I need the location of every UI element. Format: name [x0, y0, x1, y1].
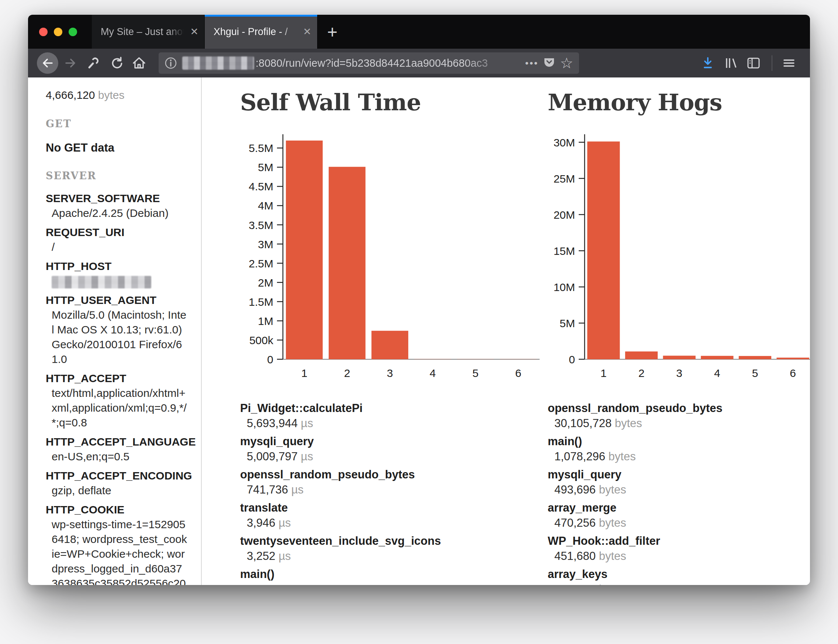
svg-text:10M: 10M — [554, 281, 575, 293]
function-value: 5,693,944 µs — [247, 416, 540, 431]
forward-arrow-icon — [64, 56, 77, 70]
server-var-value: Apache/2.4.25 (Debian) — [52, 206, 187, 220]
server-var-value: en-US,en;q=0.5 — [52, 449, 187, 464]
svg-text:2: 2 — [638, 367, 645, 379]
hamburger-menu-icon — [782, 56, 795, 70]
function-value: 470,256 bytes — [554, 516, 810, 531]
svg-text:5M: 5M — [258, 161, 273, 173]
svg-text:4M: 4M — [258, 200, 273, 212]
request-details-sidebar: 4,666,120 bytes GET No GET data SERVER S… — [28, 77, 202, 585]
sidebars-button[interactable] — [743, 53, 764, 74]
svg-text:0: 0 — [569, 353, 575, 366]
function-name: translate — [240, 500, 540, 516]
svg-text:4.5M: 4.5M — [248, 181, 273, 192]
home-icon — [132, 56, 146, 70]
server-var-key: SERVER_SOFTWARE — [46, 191, 187, 206]
developer-tools-button[interactable] — [83, 53, 104, 74]
server-var-key: HTTP_ACCEPT — [46, 371, 187, 386]
bar-chart-svg: 0500k1M1.5M2M2.5M3M3.5M4M4.5M5M5.5M12345… — [240, 131, 540, 386]
reload-button[interactable] — [105, 53, 127, 74]
server-var-value: Mozilla/5.0 (Macintosh; Intel Mac OS X 1… — [52, 307, 187, 366]
wrench-icon — [87, 56, 100, 70]
function-name: array_keys — [548, 567, 810, 582]
svg-text:2M: 2M — [258, 277, 273, 289]
close-icon[interactable]: ✕ — [190, 26, 199, 38]
tab-bar: My Site – Just another WordPress si ✕ Xh… — [28, 15, 810, 49]
chart-title-self-wall-time: Self Wall Time — [240, 84, 540, 121]
self-wall-time-function-list: Pi_Widget::calculatePi5,693,944 µsmysqli… — [240, 401, 540, 585]
new-tab-button[interactable]: + — [317, 15, 347, 49]
redacted-value-blur — [52, 276, 151, 288]
server-var-value: / — [52, 240, 187, 255]
minimize-window-button[interactable] — [54, 28, 62, 36]
page-actions-icon[interactable]: ••• — [525, 58, 539, 69]
tab-title: Xhgui - Profile - / — [214, 26, 298, 38]
function-name: main() — [240, 567, 540, 582]
svg-text:2: 2 — [344, 367, 350, 379]
get-section-heading: GET — [46, 118, 187, 130]
forward-button[interactable] — [60, 53, 81, 74]
svg-text:5.5M: 5.5M — [248, 142, 273, 154]
chart-title-memory-hogs: Memory Hogs — [548, 84, 810, 121]
function-value: 224,720 bytes — [554, 582, 810, 585]
function-value: 1,078,296 bytes — [554, 449, 810, 464]
svg-text:5: 5 — [473, 367, 479, 379]
back-button[interactable] — [37, 53, 58, 74]
svg-text:20M: 20M — [554, 209, 575, 221]
svg-text:500k: 500k — [249, 334, 274, 347]
bookmark-star-icon[interactable]: ☆ — [560, 56, 573, 71]
charts-area: Self Wall Time 0500k1M1.5M2M2.5M3M3.5M4M… — [202, 77, 810, 585]
svg-text:5: 5 — [752, 367, 758, 379]
function-value: 3,224 µs — [247, 582, 540, 585]
svg-text:3: 3 — [676, 367, 682, 379]
function-name: mysqli_query — [240, 434, 540, 449]
svg-text:4: 4 — [430, 367, 436, 379]
page-info-icon[interactable] — [164, 57, 177, 69]
page-content: 4,666,120 bytes GET No GET data SERVER S… — [28, 77, 810, 585]
close-icon[interactable]: ✕ — [303, 26, 311, 38]
svg-text:3.5M: 3.5M — [248, 219, 273, 231]
server-var-value: wp-settings-time-1=1529056418; wordpress… — [52, 517, 187, 585]
function-name: main() — [548, 434, 810, 449]
function-value: 451,680 bytes — [554, 549, 810, 564]
svg-text:6: 6 — [790, 367, 796, 379]
svg-text:1: 1 — [301, 367, 307, 379]
navigation-toolbar: :8080/run/view?id=5b238d84421aa9004b680a… — [28, 49, 810, 77]
close-window-button[interactable] — [39, 28, 48, 36]
svg-text:15M: 15M — [554, 245, 575, 257]
redacted-host-blur — [182, 56, 254, 70]
function-name: openssl_random_pseudo_bytes — [240, 467, 540, 483]
function-name: Pi_Widget::calculatePi — [240, 401, 540, 416]
svg-text:6: 6 — [515, 367, 521, 379]
library-icon — [724, 56, 738, 70]
function-value: 30,105,728 bytes — [554, 416, 810, 431]
no-get-data-message: No GET data — [46, 141, 187, 154]
tab-xhgui-profile[interactable]: Xhgui - Profile - / ✕ — [205, 15, 317, 49]
pocket-icon[interactable] — [544, 57, 555, 69]
function-value: 3,946 µs — [247, 516, 540, 531]
url-bar[interactable]: :8080/run/view?id=5b238d84421aa9004b680a… — [159, 53, 579, 74]
server-var-key: REQUEST_URI — [46, 225, 187, 240]
function-value: 741,736 µs — [247, 483, 540, 497]
tab-wordpress-site[interactable]: My Site – Just another WordPress si ✕ — [92, 15, 205, 49]
function-name: mysqli_query — [548, 467, 810, 483]
library-button[interactable] — [720, 53, 741, 74]
server-var-key: HTTP_HOST — [46, 259, 187, 274]
home-button[interactable] — [128, 53, 150, 74]
menu-button[interactable] — [778, 53, 800, 74]
self-wall-time-chart: 0500k1M1.5M2M2.5M3M3.5M4M4.5M5M5.5M12345… — [240, 131, 540, 386]
svg-text:0: 0 — [267, 353, 273, 366]
function-value: 493,696 bytes — [554, 483, 810, 497]
back-arrow-icon — [41, 56, 54, 70]
server-variables-list: SERVER_SOFTWAREApache/2.4.25 (Debian)REQ… — [46, 191, 187, 585]
svg-text:5M: 5M — [560, 317, 575, 329]
browser-window: My Site – Just another WordPress si ✕ Xh… — [28, 15, 810, 585]
svg-text:1: 1 — [600, 367, 607, 379]
downloads-button[interactable] — [697, 53, 718, 74]
zoom-window-button[interactable] — [69, 28, 77, 36]
svg-text:4: 4 — [714, 367, 720, 379]
svg-text:25M: 25M — [554, 172, 575, 185]
memory-hogs-chart: 05M10M15M20M25M30M123456 — [548, 131, 810, 386]
function-value: 3,252 µs — [247, 549, 540, 564]
function-value: 5,009,797 µs — [247, 449, 540, 464]
